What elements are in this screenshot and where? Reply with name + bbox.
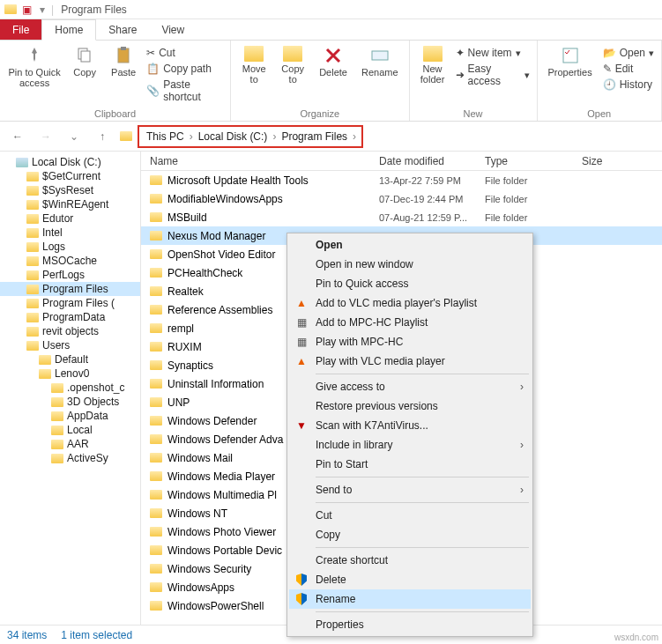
copy-icon (76, 46, 93, 65)
folder-icon (150, 527, 162, 537)
paste-shortcut-button[interactable]: 📎Paste shortcut (145, 78, 225, 104)
tree-node[interactable]: Edutor (0, 211, 140, 226)
breadcrumb-segment[interactable]: This PC (145, 129, 186, 144)
tree-node[interactable]: ProgramData (0, 310, 140, 324)
file-name: Windows Security (167, 563, 251, 575)
context-menu[interactable]: OpenOpen in new windowPin to Quick acces… (286, 233, 533, 637)
col-size[interactable]: Size (582, 155, 662, 167)
breadcrumb-segment[interactable]: Program Files (279, 129, 349, 144)
tree-node[interactable]: Local Disk (C:) (0, 155, 140, 169)
col-date[interactable]: Date modified (379, 155, 485, 167)
column-headers[interactable]: Name Date modified Type Size (141, 152, 662, 171)
tree-node-label: Edutor (42, 212, 73, 225)
properties-button[interactable]: Properties (543, 44, 598, 92)
tree-node[interactable]: $SysReset (0, 183, 140, 197)
folder-icon (150, 194, 162, 204)
tree-node[interactable]: Lenov0 (0, 366, 140, 381)
menu-item[interactable]: ▦Play with MPC-HC (289, 332, 531, 352)
menu-item-label: Open in new window (316, 258, 413, 270)
tree-node[interactable]: Program Files (0, 282, 140, 296)
new-item-button[interactable]: ✦New item ▾ (454, 46, 532, 60)
folder-icon (283, 46, 302, 62)
file-name: Windows Mail (167, 452, 233, 464)
easy-access-button[interactable]: ➜Easy access ▾ (454, 62, 532, 88)
nav-bar: ← → ⌄ ↑ This PC › Local Disk (C:) › Prog… (0, 122, 662, 152)
file-row[interactable]: Microsoft Update Health Tools13-Apr-22 7… (141, 171, 662, 189)
tab-file[interactable]: File (0, 19, 41, 40)
tab-share[interactable]: Share (96, 19, 149, 40)
nav-tree[interactable]: Local Disk (C:)$GetCurrent$SysReset$WinR… (0, 152, 141, 625)
shortcut-icon: 📎 (146, 85, 160, 97)
menu-item[interactable]: Open (289, 235, 531, 255)
tree-node[interactable]: Logs (0, 240, 140, 254)
tab-home[interactable]: Home (41, 19, 96, 41)
breadcrumb-segment[interactable]: Local Disk (C:) (197, 129, 270, 144)
tree-node[interactable]: Users (0, 338, 140, 352)
menu-item[interactable]: Restore previous versions (289, 396, 531, 416)
copy-to-button[interactable]: Copy to (275, 44, 310, 86)
tree-node[interactable]: MSOCache (0, 254, 140, 268)
folder-icon (150, 416, 162, 426)
col-type[interactable]: Type (485, 155, 582, 167)
tree-node[interactable]: Default (0, 352, 140, 366)
up-button[interactable]: ↑ (92, 126, 113, 147)
paste-button[interactable]: Paste (106, 44, 141, 104)
menu-item[interactable]: ▲Add to VLC media player's Playlist (289, 293, 531, 313)
qat-dropdown-icon[interactable]: ▾ (35, 3, 49, 17)
back-button[interactable]: ← (7, 126, 28, 147)
menu-item[interactable]: Open in new window (289, 255, 531, 274)
chevron-right-icon: › (272, 130, 276, 143)
tree-node[interactable]: Local (0, 423, 140, 437)
menu-item[interactable]: Create shortcut (289, 551, 531, 570)
menu-item[interactable]: Include in library (289, 435, 531, 455)
menu-item[interactable]: Cut (289, 506, 531, 525)
col-name[interactable]: Name (150, 155, 379, 167)
tree-node[interactable]: ActiveSy (0, 451, 140, 465)
menu-item[interactable]: Give access to (289, 377, 531, 396)
tree-node[interactable]: AAR (0, 437, 140, 451)
tree-node[interactable]: Intel (0, 226, 140, 240)
chevron-right-icon: › (190, 130, 193, 143)
mpc-icon: ▦ (294, 335, 309, 349)
menu-item[interactable]: ▼Scan with K7AntiVirus... (289, 416, 531, 435)
menu-item[interactable]: ▲Play with VLC media player (289, 352, 531, 371)
tree-node[interactable]: 3D Objects (0, 395, 140, 409)
move-to-button[interactable]: Move to (236, 44, 271, 86)
recent-dropdown[interactable]: ⌄ (63, 126, 85, 147)
tree-node[interactable]: AppData (0, 409, 140, 423)
menu-item[interactable]: ▦Add to MPC-HC Playlist (289, 313, 531, 332)
menu-item[interactable]: Copy (289, 525, 531, 544)
menu-item[interactable]: Pin to Quick access (289, 274, 531, 293)
rename-button[interactable]: Rename (356, 44, 404, 86)
history-button[interactable]: 🕘History (601, 78, 656, 92)
menu-item[interactable]: Properties (289, 615, 531, 634)
address-breadcrumb[interactable]: This PC › Local Disk (C:) › Program File… (138, 125, 363, 148)
folder-icon (26, 172, 39, 181)
new-folder-icon (423, 46, 443, 62)
tree-node[interactable]: revit objects (0, 324, 140, 338)
copy-button[interactable]: Copy (67, 44, 102, 104)
delete-button[interactable]: Delete (314, 44, 353, 86)
tree-node[interactable]: PerfLogs (0, 268, 140, 282)
open-button[interactable]: 📂Open ▾ (601, 46, 656, 60)
save-icon[interactable]: ▣ (19, 3, 33, 17)
edit-button[interactable]: ✎Edit (601, 62, 656, 76)
file-row[interactable]: ModifiableWindowsApps07-Dec-19 2:44 PMFi… (141, 189, 662, 208)
tree-node[interactable]: .openshot_c (0, 381, 140, 395)
menu-item[interactable]: Rename (289, 589, 531, 609)
pin-to-quick-access-button[interactable]: Pin to Quick access (5, 44, 63, 104)
menu-item[interactable]: Pin to Start (289, 455, 531, 474)
path-icon: 📋 (146, 63, 160, 75)
menu-item[interactable]: Send to (289, 480, 531, 500)
file-row[interactable]: MSBuild07-Aug-21 12:59 P...File folder (141, 208, 662, 226)
copy-path-button[interactable]: 📋Copy path (145, 62, 225, 76)
tab-view[interactable]: View (149, 19, 197, 40)
menu-item[interactable]: Delete (289, 570, 531, 589)
cut-button[interactable]: ✂Cut (145, 46, 225, 60)
forward-button[interactable]: → (35, 126, 56, 147)
tree-node[interactable]: $GetCurrent (0, 169, 140, 183)
tree-node[interactable]: $WinREAgent (0, 197, 140, 211)
new-folder-button[interactable]: New folder (415, 44, 450, 88)
tree-node[interactable]: Program Files ( (0, 296, 140, 310)
folder-icon (26, 313, 39, 322)
